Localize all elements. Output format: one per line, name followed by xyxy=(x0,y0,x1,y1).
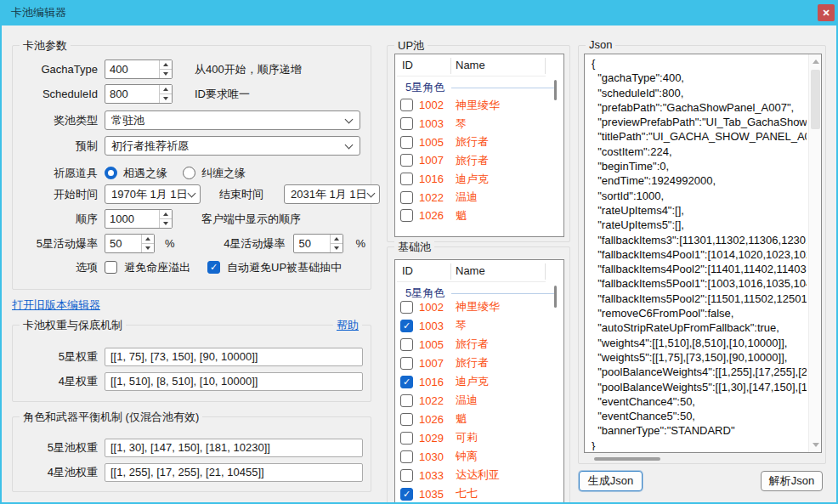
rate-row: 5星活动爆率 50 % 4星活动爆率 50 % xyxy=(13,234,365,253)
json-horizontal-scrollbar[interactable] xyxy=(584,456,822,462)
row-checkbox-unchecked[interactable] xyxy=(400,450,413,463)
spin-down-button[interactable] xyxy=(142,244,154,252)
group-balance: 角色和武器平衡机制 (仅混合池有效) 5星池权重 [[1, 30], [147,… xyxy=(12,416,371,492)
end-time-picker[interactable]: 2031年 1月 1日 xyxy=(284,184,380,204)
base-pool-list[interactable]: ID Name 5星角色 1002神里绫华✓1003琴1005旅行者1007旅行… xyxy=(394,259,564,502)
wish-item-radio-unselected[interactable] xyxy=(183,167,195,179)
row-checkbox-unchecked[interactable] xyxy=(400,413,413,426)
scroll-down-button[interactable] xyxy=(809,439,822,451)
generate-json-button[interactable]: 生成Json xyxy=(579,471,643,491)
schedule-id-input[interactable]: 800 xyxy=(105,84,173,104)
pool-item-id: 1022 xyxy=(419,191,450,204)
legacy-editor-link[interactable]: 打开旧版本编辑器 xyxy=(12,297,100,313)
row-checkbox-unchecked[interactable] xyxy=(400,469,413,482)
section-rule xyxy=(451,293,557,294)
row-checkbox-checked[interactable]: ✓ xyxy=(400,320,413,332)
balance4-input[interactable]: [[1, 255], [17, 255], [21, 10455]] xyxy=(105,463,363,482)
json-textarea[interactable]: { "gachaType":400, "scheduleId":800, "pr… xyxy=(584,54,822,453)
weight4-input[interactable]: [[1, 510], [8, 510], [10, 10000]] xyxy=(105,372,363,391)
schedule-id-spinner xyxy=(159,85,172,103)
scroll-up-button[interactable] xyxy=(809,55,822,68)
weight5-input[interactable]: [[1, 75], [73, 150], [90, 10000]] xyxy=(105,348,363,366)
titlebar[interactable]: 卡池编辑器 ✕ xyxy=(0,0,838,25)
chevron-down-icon xyxy=(345,116,354,124)
begin-time-value: 1970年 1月 1日 xyxy=(111,188,188,201)
time-row: 开始时间 1970年 1月 1日 结束时间 2031年 1月 1日 xyxy=(13,184,365,204)
row-checkbox-unchecked[interactable] xyxy=(400,136,413,149)
pool-item-id: 1026 xyxy=(419,209,450,222)
pool-row: 1026魈 xyxy=(395,207,563,225)
pool-row: ✓1003琴 xyxy=(395,316,563,335)
scrollbar-thumb[interactable] xyxy=(554,286,557,308)
group-base-pool-legend: 基础池 xyxy=(394,240,434,255)
close-button[interactable]: ✕ xyxy=(818,4,835,21)
wish-item-radio-selected[interactable] xyxy=(105,167,117,179)
schedule-id-label: ScheduleId xyxy=(13,88,98,100)
spin-down-button[interactable] xyxy=(160,70,172,78)
row-checkbox-unchecked[interactable] xyxy=(400,432,413,445)
gacha-type-input[interactable]: 400 xyxy=(105,59,173,79)
spin-down-button[interactable] xyxy=(160,219,172,228)
spin-down-button[interactable] xyxy=(160,94,172,103)
spinner-down-icon xyxy=(163,72,168,76)
row-checkbox-unchecked[interactable] xyxy=(400,338,413,351)
row-checkbox-unchecked[interactable] xyxy=(400,154,413,167)
end-time-label: 结束时间 xyxy=(219,187,263,202)
spin-up-button[interactable] xyxy=(160,210,172,219)
option-checkbox-unchecked[interactable] xyxy=(105,261,117,274)
preset-label: 预制 xyxy=(13,139,98,154)
pool-item-id: 1007 xyxy=(419,154,450,167)
spin-up-button[interactable] xyxy=(142,235,154,244)
row-checkbox-unchecked[interactable] xyxy=(400,99,413,111)
balance4-row: 4星池权重 [[1, 255], [17, 255], [21, 10455]] xyxy=(13,462,365,482)
group-pool-params: 卡池参数 GachaType 400 从400开始，顺序递增 ScheduleI… xyxy=(12,45,371,290)
pool-item-id: 1003 xyxy=(419,320,450,332)
pool-item-id: 1016 xyxy=(419,376,450,388)
row-checkbox-unchecked[interactable] xyxy=(400,191,413,204)
row-checkbox-unchecked[interactable] xyxy=(400,117,413,130)
rate5-value: 50 xyxy=(105,235,141,252)
up-pool-list[interactable]: ID Name 5星角色 1002神里绫华1003琴1005旅行者1007旅行者… xyxy=(394,54,564,237)
group-base-pool: 基础池 ID Name 5星角色 1002神里绫华✓1003琴1005旅行者10… xyxy=(387,246,570,502)
pool-row: 1026魈 xyxy=(395,410,563,428)
json-vertical-scrollbar[interactable] xyxy=(808,54,821,452)
sort-row: 顺序 1000 客户端中显示的顺序 xyxy=(13,209,365,229)
row-checkbox-unchecked[interactable] xyxy=(400,173,413,185)
gacha-type-label: GachaType xyxy=(13,63,98,76)
rate4-input[interactable]: 50 xyxy=(293,234,343,253)
rate5-input[interactable]: 50 xyxy=(105,234,155,253)
pool-type-value: 常驻池 xyxy=(111,114,144,127)
spin-up-button[interactable] xyxy=(160,85,172,94)
sort-input[interactable]: 1000 xyxy=(105,209,173,229)
scrollbar-thumb[interactable] xyxy=(594,457,660,461)
spin-up-button[interactable] xyxy=(331,235,343,244)
pool-item-id: 1035 xyxy=(419,488,450,501)
row-checkbox-unchecked[interactable] xyxy=(400,357,413,370)
balance5-input[interactable]: [[1, 30], [147, 150], [181, 10230]] xyxy=(105,439,363,457)
row-checkbox-unchecked[interactable] xyxy=(400,301,413,314)
spin-down-button[interactable] xyxy=(331,244,343,252)
parse-json-button[interactable]: 解析Json xyxy=(761,471,823,491)
preset-select[interactable]: 初行者推荐祈愿 xyxy=(105,136,360,156)
pool-item-id: 1002 xyxy=(419,99,450,111)
preset-row: 预制 初行者推荐祈愿 xyxy=(13,136,365,156)
rate5-spinner xyxy=(141,235,154,252)
pool-item-name: 琴 xyxy=(456,318,467,333)
balance5-label: 5星池权重 xyxy=(13,440,98,456)
row-checkbox-checked[interactable]: ✓ xyxy=(400,488,413,501)
pool-row: 1022温迪 xyxy=(395,188,563,207)
row-checkbox-unchecked[interactable] xyxy=(400,394,413,407)
option-checkbox-checked[interactable]: ✓ xyxy=(207,261,220,274)
help-link[interactable]: 帮助 xyxy=(333,318,362,333)
spin-up-button[interactable] xyxy=(160,60,172,70)
pool-item-id: 1016 xyxy=(419,173,450,185)
scrollbar-thumb[interactable] xyxy=(554,80,557,100)
begin-time-picker[interactable]: 1970年 1月 1日 xyxy=(105,184,201,204)
pool-item-name: 魈 xyxy=(456,208,467,224)
scrollbar-thumb[interactable] xyxy=(811,70,820,129)
row-checkbox-checked[interactable]: ✓ xyxy=(400,376,413,388)
pool-type-select[interactable]: 常驻池 xyxy=(105,110,360,130)
row-checkbox-unchecked[interactable] xyxy=(400,209,413,222)
pool-item-id: 1007 xyxy=(419,357,450,370)
wish-item-option-1: 相遇之缘 xyxy=(123,166,167,181)
